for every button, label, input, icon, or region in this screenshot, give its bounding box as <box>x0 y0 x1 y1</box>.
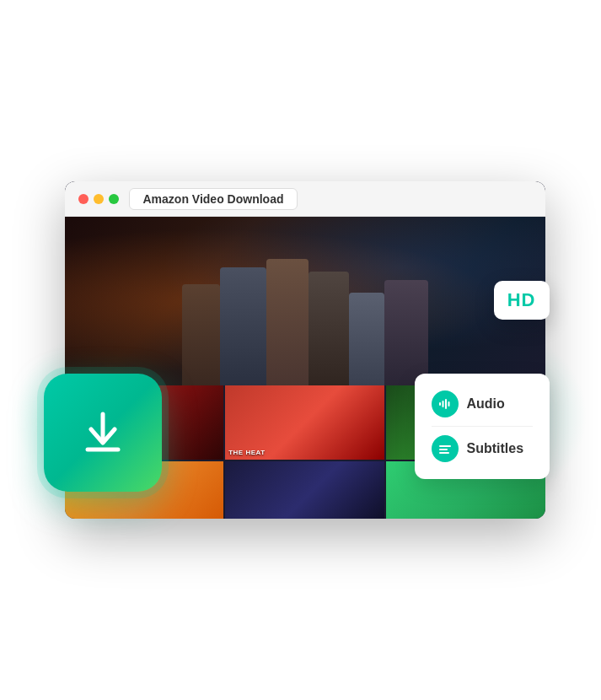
traffic-lights <box>78 194 119 204</box>
figure-5 <box>349 293 384 385</box>
movie-thumb-5[interactable] <box>225 461 384 519</box>
figure-1 <box>182 284 220 385</box>
title-bar: Amazon Video Download <box>65 181 545 217</box>
audio-icon-svg <box>438 397 452 411</box>
subtitles-icon-svg <box>438 442 452 455</box>
audio-label: Audio <box>467 396 505 412</box>
close-button[interactable] <box>78 194 89 204</box>
maximize-button[interactable] <box>109 194 119 204</box>
audio-item[interactable]: Audio <box>432 385 533 427</box>
download-icon <box>78 407 128 458</box>
figure-2 <box>220 267 266 385</box>
figure-6 <box>384 280 428 385</box>
svg-rect-5 <box>439 449 448 450</box>
hd-badge: HD <box>494 281 550 320</box>
subtitles-icon <box>432 435 459 462</box>
subtitles-item[interactable]: Subtitles <box>432 430 533 467</box>
svg-rect-1 <box>442 401 443 407</box>
download-arrow-svg <box>78 407 128 458</box>
svg-rect-4 <box>439 445 451 447</box>
movie-thumb-2[interactable]: The Heat <box>225 385 384 460</box>
window-title: Amazon Video Download <box>129 188 298 210</box>
subtitles-label: Subtitles <box>467 441 524 456</box>
svg-rect-3 <box>448 401 449 407</box>
svg-rect-2 <box>445 399 447 409</box>
audio-icon <box>432 390 459 417</box>
minimize-button[interactable] <box>94 194 104 204</box>
scene: Amazon Video Download Hitman'sGuard The … <box>40 148 562 552</box>
figure-4 <box>309 272 349 385</box>
hero-banner <box>65 217 545 385</box>
svg-rect-0 <box>439 402 441 406</box>
svg-rect-6 <box>439 452 449 454</box>
hd-label: HD <box>507 289 536 310</box>
hero-figures <box>65 250 545 385</box>
audio-subtitles-popup: Audio Subtitles <box>415 374 550 479</box>
figure-3 <box>266 259 309 385</box>
thumb-label-2: The Heat <box>228 449 265 456</box>
download-button[interactable] <box>44 374 162 492</box>
